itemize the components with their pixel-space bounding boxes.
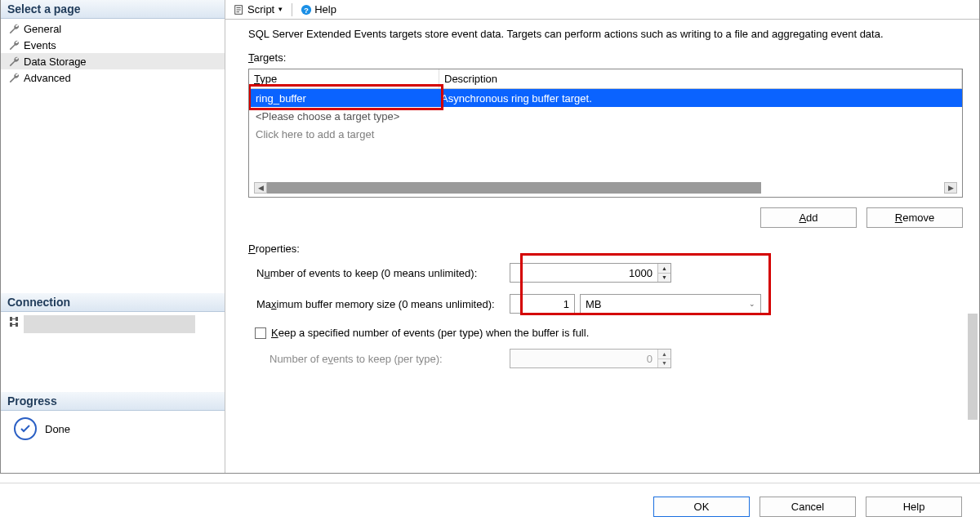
sidebar-item-label: General (24, 23, 61, 35)
col-description[interactable]: Description (439, 69, 962, 88)
chevron-down-icon: ⌄ (749, 300, 755, 308)
script-button[interactable]: Script ▼ (230, 2, 287, 16)
col-type[interactable]: Type (249, 69, 439, 88)
targets-label: Targets: (248, 51, 286, 64)
help-button[interactable]: Help (866, 497, 962, 517)
spin-up-icon[interactable]: ▲ (658, 264, 670, 274)
page-nav-list: General Events Data Storage Advanced (1, 19, 225, 87)
table-add-hint[interactable]: Click here to add a target (249, 125, 962, 143)
add-button[interactable]: Add (760, 207, 857, 228)
connection-header: Connection (1, 293, 225, 312)
table-row[interactable]: ring_buffer Asynchronous ring buffer tar… (249, 89, 962, 107)
spin-down-icon[interactable]: ▼ (658, 274, 670, 283)
ok-button[interactable]: OK (653, 497, 750, 517)
placeholder-type: <Please choose a target type> (249, 110, 406, 122)
events-per-type-label: Number of events to keep (per type): (248, 353, 510, 365)
spin-up-icon: ▲ (658, 350, 670, 359)
connection-info (24, 315, 195, 333)
cancel-button[interactable]: Cancel (760, 497, 856, 517)
server-icon (7, 315, 20, 328)
scroll-right-icon[interactable]: ▶ (944, 182, 957, 194)
toolbar: Script ▼ ? Help (225, 0, 979, 20)
main-panel: Script ▼ ? Help SQL Server Extended Even… (225, 0, 979, 473)
description-text: SQL Server Extended Events targets store… (248, 28, 963, 40)
properties-label: Properties: (248, 243, 300, 255)
keep-per-type-label: Keep a specified number of events (per t… (271, 327, 589, 339)
script-icon (234, 4, 245, 16)
events-to-keep-input[interactable]: ▲ ▼ (510, 263, 671, 283)
help-label: Help (314, 3, 336, 16)
script-label: Script (247, 3, 274, 16)
cell-desc: Asynchronous ring buffer target. (439, 92, 962, 105)
events-per-type-value (510, 350, 657, 367)
help-button[interactable]: ? Help (297, 2, 340, 16)
sidebar-item-label: Data Storage (24, 56, 87, 68)
svg-text:?: ? (304, 5, 309, 14)
sidebar-item-general[interactable]: General (1, 20, 225, 37)
wrench-icon (7, 71, 20, 84)
progress-header: Progress (1, 392, 225, 411)
spin-down-icon: ▼ (658, 359, 670, 368)
table-row-placeholder[interactable]: <Please choose a target type> (249, 107, 962, 125)
sidebar-item-advanced[interactable]: Advanced (1, 69, 225, 86)
check-icon (14, 417, 37, 440)
dialog-footer: OK Cancel Help (0, 483, 980, 530)
max-buffer-input[interactable] (510, 294, 575, 314)
chevron-down-icon: ▼ (277, 6, 283, 13)
scroll-left-icon[interactable]: ◀ (254, 182, 267, 194)
events-per-type-input: ▲ ▼ (510, 349, 671, 368)
select-page-header: Select a page (1, 0, 225, 19)
targets-table: Type Description ring_buffer Asynchronou… (248, 69, 963, 198)
wrench-icon (7, 38, 20, 51)
sidebar-item-label: Events (24, 39, 56, 51)
vertical-scrollbar[interactable] (968, 314, 978, 420)
max-buffer-label: Maximum buffer memory size (0 means unli… (248, 298, 510, 310)
wrench-icon (7, 22, 20, 35)
keep-per-type-checkbox[interactable] (255, 327, 266, 339)
remove-button[interactable]: Remove (866, 207, 963, 228)
cell-type: ring_buffer (249, 92, 439, 105)
events-to-keep-label: Number of events to keep (0 means unlimi… (248, 267, 510, 279)
buffer-unit-select[interactable]: MB ⌄ (580, 294, 761, 314)
buffer-unit-value: MB (586, 298, 602, 310)
events-to-keep-value[interactable] (510, 264, 657, 282)
horizontal-scrollbar[interactable]: ◀ ▶ (254, 182, 957, 194)
help-icon: ? (301, 4, 312, 16)
sidebar: Select a page General Events Data Storag… (1, 0, 225, 473)
sidebar-item-data-storage[interactable]: Data Storage (1, 53, 225, 69)
progress-status-text: Done (45, 423, 70, 435)
sidebar-item-events[interactable]: Events (1, 37, 225, 53)
sidebar-item-label: Advanced (24, 72, 71, 84)
wrench-icon (7, 55, 20, 68)
progress-status-box: Done (1, 411, 225, 448)
connection-box (1, 312, 225, 343)
